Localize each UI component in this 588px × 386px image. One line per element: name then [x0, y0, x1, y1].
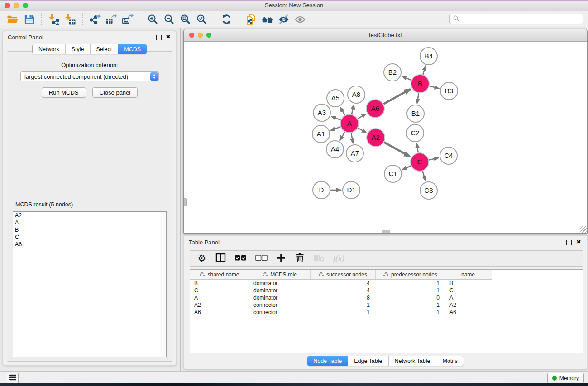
- table-row[interactable]: A2connector11A2: [190, 301, 583, 309]
- column-header-shared-name[interactable]: shared name: [190, 270, 249, 279]
- edge-A-A2[interactable]: [358, 128, 366, 133]
- edge-C-C4[interactable]: [429, 158, 439, 160]
- refresh-layout-button[interactable]: [219, 12, 234, 27]
- table-tab-edge-table[interactable]: Edge Table: [348, 356, 388, 366]
- edge-A-A6[interactable]: [358, 114, 366, 119]
- edge-A-A5[interactable]: [340, 107, 345, 115]
- task-history-button[interactable]: [6, 373, 19, 383]
- node-A2[interactable]: A2: [367, 129, 385, 147]
- node-C4[interactable]: C4: [440, 147, 457, 164]
- panel-divider[interactable]: [180, 28, 181, 371]
- table-tab-network-table[interactable]: Network Table: [389, 356, 437, 366]
- table-row[interactable]: Adominator80A: [190, 294, 583, 301]
- edge-A-A1[interactable]: [331, 127, 341, 130]
- node-A[interactable]: A: [340, 114, 359, 133]
- split-columns-button[interactable]: [215, 253, 226, 264]
- node-B2[interactable]: B2: [384, 64, 401, 81]
- node-B3[interactable]: B3: [440, 82, 458, 100]
- edge-C-C3[interactable]: [422, 171, 425, 181]
- table-row[interactable]: A6connector11A6: [190, 309, 583, 316]
- result-item[interactable]: A2: [13, 212, 166, 219]
- export-image-button[interactable]: [120, 12, 135, 27]
- node-A4[interactable]: A4: [326, 141, 344, 158]
- edge-B-B4[interactable]: [423, 66, 425, 75]
- run-mcds-button[interactable]: Run MCDS: [42, 87, 86, 98]
- zoom-fit-button[interactable]: [178, 12, 192, 27]
- settings-button[interactable]: ⚙: [197, 254, 207, 263]
- float-panel-icon[interactable]: [156, 35, 162, 40]
- export-network-button[interactable]: [88, 12, 102, 27]
- close-panel-icon[interactable]: ✖: [166, 33, 171, 41]
- node-C[interactable]: C: [411, 153, 429, 171]
- node-A3[interactable]: A3: [313, 104, 330, 121]
- tab-mcds[interactable]: MCDS: [118, 44, 147, 54]
- vertical-scroll-thumb[interactable]: [184, 198, 187, 206]
- horizontal-scroll-thumb[interactable]: [382, 230, 390, 233]
- column-header-name[interactable]: name: [445, 270, 491, 279]
- node-A1[interactable]: A1: [312, 125, 330, 143]
- add-row-button[interactable]: [276, 253, 286, 263]
- home-view-button[interactable]: [260, 12, 275, 27]
- node-B[interactable]: B: [411, 75, 429, 93]
- resize-grip-icon[interactable]: [580, 226, 587, 233]
- optimization-select[interactable]: largest connected component (directed): [20, 71, 159, 81]
- select-all-button[interactable]: [234, 255, 247, 262]
- column-header-successor-nodes[interactable]: successor nodes: [311, 270, 376, 279]
- export-table-button[interactable]: [104, 12, 119, 27]
- table-row[interactable]: Bdominator41B: [190, 280, 583, 287]
- open-session-button[interactable]: [5, 12, 20, 27]
- duplicate-network-button[interactable]: [244, 12, 258, 27]
- network-window-titlebar[interactable]: testGlobe.txt: [184, 29, 587, 42]
- deselect-all-button[interactable]: [255, 255, 268, 262]
- memory-button[interactable]: Memory: [547, 373, 584, 383]
- table-tab-motifs[interactable]: Motifs: [436, 356, 463, 366]
- import-network-button[interactable]: [47, 12, 61, 27]
- result-item[interactable]: B: [13, 226, 166, 234]
- node-A7[interactable]: A7: [346, 145, 363, 162]
- edge-A-A4[interactable]: [340, 132, 344, 140]
- zoom-selected-button[interactable]: [194, 12, 209, 27]
- node-D[interactable]: D: [313, 181, 330, 199]
- zoom-in-button[interactable]: [145, 12, 160, 27]
- tab-network[interactable]: Network: [33, 44, 66, 54]
- hide-panel-button[interactable]: [277, 12, 291, 27]
- edge-A2-C[interactable]: [384, 142, 410, 157]
- close-panel-button[interactable]: Close panel: [92, 87, 138, 98]
- column-header-MCDS-role[interactable]: MCDS role: [249, 270, 311, 279]
- table-tab-node-table[interactable]: Node Table: [307, 356, 348, 366]
- edge-B-B2[interactable]: [402, 76, 411, 80]
- edge-B-B1[interactable]: [417, 93, 419, 104]
- search-input[interactable]: [461, 14, 583, 24]
- node-A6[interactable]: A6: [366, 100, 384, 118]
- edge-C-C1[interactable]: [402, 166, 411, 170]
- node-C2[interactable]: C2: [406, 124, 424, 142]
- node-A8[interactable]: A8: [348, 86, 365, 103]
- tab-select[interactable]: Select: [91, 44, 119, 54]
- edge-A-A7[interactable]: [351, 133, 353, 143]
- node-C1[interactable]: C1: [384, 165, 402, 182]
- show-panel-button[interactable]: [293, 12, 307, 27]
- node-B4[interactable]: B4: [420, 48, 437, 65]
- tab-style[interactable]: Style: [66, 44, 91, 54]
- node-C3[interactable]: C3: [420, 182, 437, 199]
- node-B1[interactable]: B1: [407, 105, 424, 122]
- column-header-predecessor-nodes[interactable]: predecessor nodes: [376, 270, 445, 279]
- table-close-icon[interactable]: ✖: [576, 238, 581, 246]
- edge-B-B3[interactable]: [429, 86, 439, 88]
- node-A5[interactable]: A5: [327, 90, 344, 107]
- result-scrollbar[interactable]: [160, 212, 166, 357]
- edge-A6-B[interactable]: [383, 89, 411, 104]
- table-row[interactable]: Cdominator41C: [190, 287, 583, 294]
- zoom-out-button[interactable]: [162, 12, 176, 27]
- table-float-icon[interactable]: [566, 240, 572, 245]
- node-D1[interactable]: D1: [343, 181, 360, 199]
- mcds-result-list[interactable]: A2ABCA6: [13, 211, 167, 357]
- result-item[interactable]: C: [13, 234, 166, 241]
- result-item[interactable]: A6: [13, 241, 166, 248]
- save-session-button[interactable]: [22, 12, 36, 27]
- edge-A-A3[interactable]: [331, 116, 340, 120]
- result-item[interactable]: A: [13, 219, 166, 226]
- delete-row-button[interactable]: [295, 253, 305, 264]
- edge-A-A8[interactable]: [352, 105, 354, 114]
- edge-C-C2[interactable]: [417, 143, 418, 153]
